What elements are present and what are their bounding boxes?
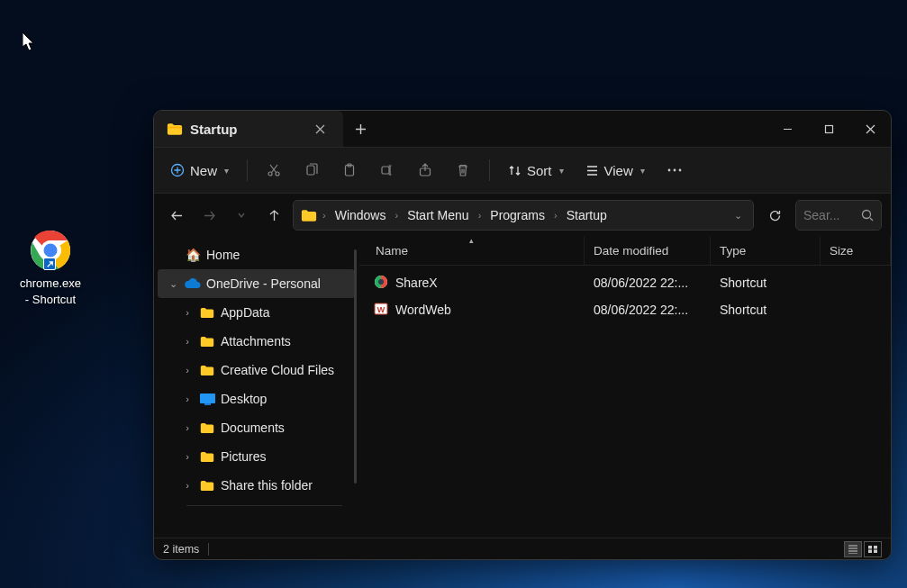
sidebar-item[interactable]: ›AppData xyxy=(172,298,355,327)
chevron-right-icon[interactable]: › xyxy=(181,365,194,375)
maximize-button[interactable] xyxy=(808,111,849,147)
copy-icon[interactable] xyxy=(295,158,329,183)
file-list[interactable]: ShareX08/06/2022 22:...ShortcutWWordWeb0… xyxy=(359,266,891,538)
chevron-right-icon[interactable]: › xyxy=(181,394,194,404)
sidebar-item-label: AppData xyxy=(221,305,269,320)
refresh-button[interactable] xyxy=(759,200,790,231)
chevron-right-icon: › xyxy=(552,210,559,221)
file-name: ShareX xyxy=(395,276,438,290)
column-header-type[interactable]: Type xyxy=(711,237,821,265)
file-row[interactable]: WWordWeb08/06/2022 22:...Shortcut xyxy=(359,296,891,323)
new-tab-button[interactable] xyxy=(343,111,377,147)
breadcrumb-item[interactable]: Windows xyxy=(331,206,390,224)
svg-text:W: W xyxy=(377,305,385,314)
sidebar-item-label: Attachments xyxy=(221,334,291,348)
chevron-down-icon[interactable]: ⌄ xyxy=(729,210,748,222)
cut-icon[interactable] xyxy=(257,158,291,183)
desktop-icon-label: - Shortcut xyxy=(14,292,86,308)
chevron-right-icon[interactable]: › xyxy=(181,422,194,433)
back-button[interactable] xyxy=(163,202,190,229)
search-icon xyxy=(861,209,874,222)
svg-point-12 xyxy=(667,169,670,172)
close-tab-icon[interactable] xyxy=(312,121,329,138)
sidebar-item[interactable]: ›Attachments xyxy=(172,327,355,356)
folder-icon xyxy=(199,451,215,463)
share-icon[interactable] xyxy=(408,158,442,183)
breadcrumb-item[interactable]: Programs xyxy=(486,206,549,224)
address-bar[interactable]: › Windows › Start Menu › Programs › Star… xyxy=(293,200,754,231)
file-icon: W xyxy=(374,302,388,319)
more-icon[interactable] xyxy=(658,163,692,177)
paste-icon[interactable] xyxy=(332,158,367,183)
chevron-right-icon[interactable]: › xyxy=(181,307,194,318)
sidebar-item-home[interactable]: 🏠 Home xyxy=(158,240,355,269)
sidebar-item-label: Documents xyxy=(221,421,285,435)
view-large-button[interactable] xyxy=(864,541,882,557)
file-date: 08/06/2022 22:... xyxy=(585,276,711,290)
tab-label: Startup xyxy=(190,122,238,137)
titlebar[interactable]: Startup xyxy=(154,111,891,147)
svg-point-6 xyxy=(276,172,279,176)
breadcrumb-item[interactable]: Startup xyxy=(563,206,611,224)
sort-asc-icon: ▴ xyxy=(469,237,474,245)
folder-icon xyxy=(199,336,215,348)
search-box[interactable] xyxy=(795,200,882,231)
breadcrumb-item[interactable]: Start Menu xyxy=(404,206,472,224)
svg-point-14 xyxy=(678,169,681,172)
svg-rect-3 xyxy=(825,125,832,132)
new-button-label: New xyxy=(190,163,217,178)
sidebar-item[interactable]: ›Creative Cloud Files xyxy=(172,356,355,384)
column-header-name[interactable]: ▴ Name xyxy=(359,237,585,265)
new-button[interactable]: New ▾ xyxy=(161,158,238,184)
navigation-row: › Windows › Start Menu › Programs › Star… xyxy=(154,194,891,237)
sidebar-item[interactable]: ›Documents xyxy=(172,413,355,442)
chevron-right-icon: › xyxy=(321,210,328,221)
close-window-button[interactable] xyxy=(849,111,891,147)
svg-rect-23 xyxy=(874,546,877,549)
svg-rect-22 xyxy=(868,546,872,549)
home-icon: 🏠 xyxy=(185,248,201,262)
sort-button[interactable]: Sort ▾ xyxy=(499,158,573,184)
search-input[interactable] xyxy=(803,208,856,222)
status-bar: 2 items xyxy=(154,538,891,559)
delete-icon[interactable] xyxy=(446,158,480,183)
view-button[interactable]: View ▾ xyxy=(576,158,654,184)
sidebar-item[interactable]: ›Desktop xyxy=(172,384,355,413)
onedrive-icon xyxy=(185,278,201,289)
sidebar-item[interactable]: ›Share this folder xyxy=(172,471,355,500)
file-type: Shortcut xyxy=(711,303,821,317)
desktop-shortcut-chrome[interactable]: chrome.exe - Shortcut xyxy=(14,229,86,307)
column-header-size[interactable]: Size xyxy=(821,237,891,265)
file-date: 08/06/2022 22:... xyxy=(585,303,711,317)
up-button[interactable] xyxy=(260,202,287,229)
folder-icon xyxy=(167,122,183,136)
svg-rect-24 xyxy=(868,549,872,553)
recent-chevron-icon[interactable] xyxy=(228,202,255,229)
folder-icon xyxy=(199,394,215,405)
rename-icon[interactable] xyxy=(370,158,404,183)
forward-button[interactable] xyxy=(195,202,222,229)
mouse-cursor xyxy=(23,32,37,52)
chevron-right-icon: › xyxy=(393,210,400,221)
minimize-button[interactable] xyxy=(766,111,808,147)
file-icon xyxy=(374,275,388,292)
sidebar-item-onedrive[interactable]: ⌄ OneDrive - Personal xyxy=(158,269,355,298)
column-header-date[interactable]: Date modified xyxy=(585,237,711,265)
tab-startup[interactable]: Startup xyxy=(154,111,343,147)
chevron-right-icon: › xyxy=(476,210,484,221)
file-explorer-window: Startup New ▾ Sort ▾ xyxy=(153,110,892,560)
desktop-icon-label: chrome.exe xyxy=(14,276,86,292)
svg-point-5 xyxy=(268,172,272,176)
chevron-right-icon[interactable]: › xyxy=(181,480,194,491)
view-details-button[interactable] xyxy=(844,541,862,557)
chevron-right-icon[interactable]: › xyxy=(181,336,194,347)
chevron-right-icon[interactable]: › xyxy=(181,451,194,462)
sidebar-item[interactable]: ›Pictures xyxy=(172,442,355,471)
file-row[interactable]: ShareX08/06/2022 22:...Shortcut xyxy=(359,269,891,296)
file-list-pane: ▴ Name Date modified Type Size ShareX08/… xyxy=(359,237,891,538)
sidebar[interactable]: 🏠 Home ⌄ OneDrive - Personal ›AppData›At… xyxy=(154,237,359,538)
svg-rect-10 xyxy=(382,167,389,174)
file-type: Shortcut xyxy=(711,276,821,290)
sidebar-item-label: OneDrive - Personal xyxy=(206,276,321,291)
chevron-down-icon[interactable]: ⌄ xyxy=(167,278,179,290)
